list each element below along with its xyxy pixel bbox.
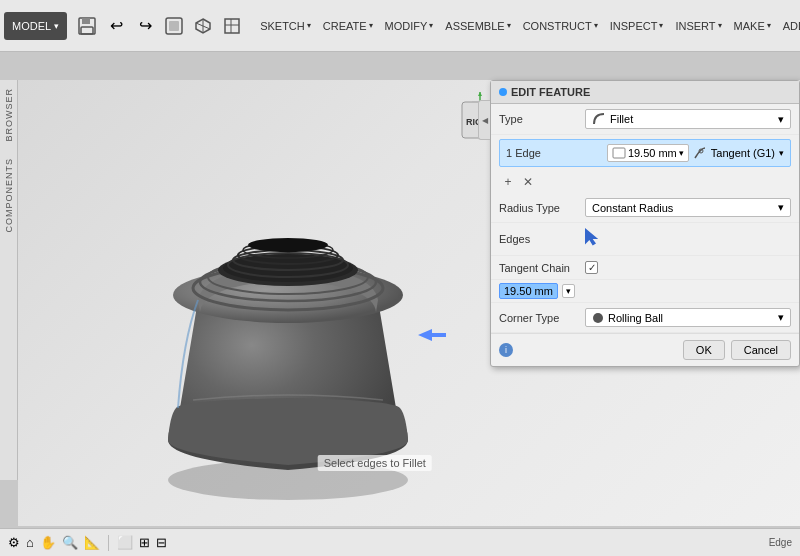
- panel-expand-button[interactable]: ◀: [478, 100, 490, 140]
- undo-icon: ↩: [106, 16, 126, 36]
- tangent-chain-label: Tangent Chain: [499, 262, 579, 274]
- model-dropdown-arrow: ▾: [54, 21, 59, 31]
- radius-dropdown-arrow: ▾: [778, 201, 784, 214]
- corner-type-dropdown[interactable]: Rolling Ball ▾: [585, 308, 791, 327]
- corner-type-value-text: Rolling Ball: [608, 312, 663, 324]
- layout-tool[interactable]: ⊟: [156, 535, 167, 550]
- radius-type-dropdown[interactable]: Constant Radius ▾: [585, 198, 791, 217]
- corner-type-label: Corner Type: [499, 312, 579, 324]
- type-label: Type: [499, 113, 579, 125]
- settings-tool[interactable]: ⚙: [8, 535, 20, 550]
- inspect-menu[interactable]: INSPECT▾: [604, 16, 670, 36]
- mesh-tool-button[interactable]: [218, 14, 246, 38]
- fillet-type-icon: [592, 112, 606, 126]
- measurement-icon: [612, 147, 626, 159]
- edge-measurement-value: 19.50 mm: [628, 147, 677, 159]
- insert-menu[interactable]: INSERT▾: [669, 16, 727, 36]
- left-panel: BROWSER COMPONENTS: [0, 80, 18, 480]
- corner-type-value: Rolling Ball ▾: [585, 308, 791, 327]
- view-tool-button[interactable]: [160, 14, 188, 38]
- radius-type-value-text: Constant Radius: [592, 202, 673, 214]
- radius-value-highlighted[interactable]: 19.50 mm: [499, 283, 558, 299]
- measurement-dropdown-arrow: ▾: [679, 148, 684, 158]
- undo-button[interactable]: ↩: [102, 14, 130, 38]
- svg-marker-30: [418, 329, 446, 341]
- radius-type-row: Radius Type Constant Radius ▾: [491, 193, 799, 223]
- grid-tool[interactable]: ⊞: [139, 535, 150, 550]
- tangent-chain-value: [585, 261, 791, 274]
- corner-dropdown-arrow: ▾: [778, 311, 784, 324]
- radius-unit-dropdown[interactable]: ▾: [562, 284, 575, 298]
- type-value-container: Fillet ▾: [585, 109, 791, 129]
- browser-tab[interactable]: BROWSER: [2, 80, 16, 150]
- type-dropdown-arrow: ▾: [778, 113, 784, 126]
- add-edge-button[interactable]: +: [499, 173, 517, 191]
- edge-selection-row[interactable]: 1 Edge 19.50 mm ▾ Tangent (G1) ▾: [499, 139, 791, 167]
- model-label-text: MODEL: [12, 20, 51, 32]
- edge-count-label: 1 Edge: [506, 147, 603, 159]
- view-icon: [164, 16, 184, 36]
- remove-edge-button[interactable]: ✕: [519, 173, 537, 191]
- tangent-label-row: Tangent (G1) ▾: [693, 146, 784, 160]
- select-hint-text: Select edges to Fillet: [318, 455, 432, 471]
- svg-point-29: [248, 238, 328, 252]
- svg-marker-17: [478, 92, 482, 96]
- edges-row: Edges: [491, 223, 799, 256]
- create-menu[interactable]: CREATE▾: [317, 16, 379, 36]
- status-bar: ⚙ ⌂ ✋ 🔍 📐 ⬜ ⊞ ⊟ Edge: [0, 528, 800, 556]
- components-tab[interactable]: COMPONENTS: [2, 150, 16, 241]
- statusbar-tools: ⚙ ⌂ ✋ 🔍 📐 ⬜ ⊞ ⊟: [8, 535, 167, 551]
- edit-feature-panel: EDIT FEATURE Type Fillet ▾ 1 Edge 19.50 …: [490, 80, 800, 367]
- modify-menu[interactable]: MODIFY▾: [379, 16, 440, 36]
- redo-icon: ↪: [135, 16, 155, 36]
- edges-cursor-icon: [585, 228, 607, 250]
- svg-rect-8: [225, 19, 239, 33]
- radius-type-label: Radius Type: [499, 202, 579, 214]
- tangent-chain-checkbox[interactable]: [585, 261, 598, 274]
- tangent-dropdown-arrow: ▾: [779, 148, 784, 158]
- type-row: Type Fillet ▾: [491, 104, 799, 135]
- zoom-tool[interactable]: 🔍: [62, 535, 78, 550]
- edge-measurement-box[interactable]: 19.50 mm ▾: [607, 144, 689, 162]
- rolling-ball-icon: [592, 312, 604, 324]
- svg-rect-31: [613, 148, 625, 158]
- save-tool-button[interactable]: [73, 14, 101, 38]
- save-icon: [77, 16, 97, 36]
- edges-label: Edges: [499, 233, 579, 245]
- ok-button[interactable]: OK: [683, 340, 725, 360]
- sketch-menu[interactable]: SKETCH▾: [254, 16, 317, 36]
- tangent-icon: [693, 146, 707, 160]
- corner-type-row: Corner Type Rolling Ball ▾: [491, 303, 799, 333]
- main-toolbar: MODEL ▾ ↩ ↪: [0, 0, 800, 52]
- tangent-chain-row: Tangent Chain: [491, 256, 799, 280]
- display-tool[interactable]: ⬜: [117, 535, 133, 550]
- redo-button[interactable]: ↪: [131, 14, 159, 38]
- statusbar-status: Edge: [769, 537, 792, 548]
- svg-rect-2: [81, 27, 93, 34]
- addins-menu[interactable]: ADD-INS▾: [777, 16, 800, 36]
- model-menu-button[interactable]: MODEL ▾: [4, 12, 67, 40]
- svg-rect-1: [82, 18, 90, 24]
- construct-menu[interactable]: CONSTRUCT▾: [517, 16, 604, 36]
- mesh-icon: [222, 16, 242, 36]
- panel-status-dot: [499, 88, 507, 96]
- cube-tool-button[interactable]: [189, 14, 217, 38]
- statusbar-separator: [108, 535, 109, 551]
- type-value-text: Fillet: [610, 113, 633, 125]
- home-tool[interactable]: ⌂: [26, 535, 34, 550]
- tangent-value-text: Tangent (G1): [711, 147, 775, 159]
- type-dropdown[interactable]: Fillet ▾: [585, 109, 791, 129]
- pan-tool[interactable]: ✋: [40, 535, 56, 550]
- cube-icon: [193, 16, 213, 36]
- measure-tool[interactable]: 📐: [84, 535, 100, 550]
- radius-type-value: Constant Radius ▾: [585, 198, 791, 217]
- assemble-menu[interactable]: ASSEMBLE▾: [439, 16, 516, 36]
- panel-header: EDIT FEATURE: [491, 81, 799, 104]
- svg-point-33: [593, 313, 603, 323]
- svg-rect-4: [169, 21, 179, 31]
- cancel-button[interactable]: Cancel: [731, 340, 791, 360]
- info-button[interactable]: i: [499, 343, 513, 357]
- panel-title: EDIT FEATURE: [511, 86, 590, 98]
- make-menu[interactable]: MAKE▾: [728, 16, 777, 36]
- edges-cursor-area[interactable]: [585, 228, 791, 250]
